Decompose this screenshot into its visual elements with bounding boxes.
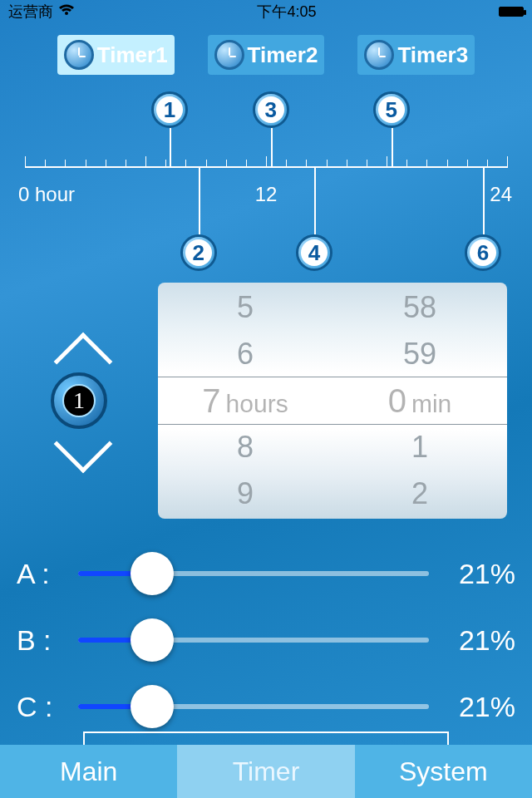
tab-timer3[interactable]: Timer3 xyxy=(357,35,475,75)
picker-item[interactable]: 6 xyxy=(237,331,254,377)
status-time: 下午4:05 xyxy=(257,2,316,22)
status-bar: 运营商 下午4:05 xyxy=(0,0,532,23)
time-picker[interactable]: 567hours89 58590min12 xyxy=(158,283,507,519)
picker-item[interactable]: 5 xyxy=(237,284,254,331)
slider-label: C : xyxy=(17,691,66,723)
picker-item[interactable]: 0min xyxy=(388,377,452,424)
timeline-node-4[interactable]: 4 xyxy=(296,234,332,271)
timeline-node-number: 4 xyxy=(301,239,328,266)
step-down-button[interactable] xyxy=(42,444,116,477)
timeline-node-1[interactable]: 1 xyxy=(151,91,188,128)
slider-label: A : xyxy=(17,558,66,590)
slider-label: B : xyxy=(17,624,66,657)
time-picker-row: 1 567hours89 58590min12 xyxy=(0,283,532,519)
timeline-node-6[interactable]: 6 xyxy=(465,234,501,271)
nav-timer[interactable]: Timer xyxy=(177,745,354,798)
clock-icon xyxy=(64,40,94,70)
slider-b[interactable] xyxy=(78,638,429,643)
timeline-label-0: 0 hour xyxy=(18,183,75,206)
wifi-icon xyxy=(58,3,75,21)
step-up-button[interactable] xyxy=(42,324,116,357)
picker-item[interactable]: 7hours xyxy=(202,377,288,424)
timer-tabs: Timer1 Timer2 Timer3 xyxy=(0,35,532,75)
current-node-number: 1 xyxy=(73,387,85,414)
slider-row-c: C : 21% xyxy=(17,673,515,740)
slider-value: 21% xyxy=(441,558,515,590)
nav-system[interactable]: System xyxy=(355,745,532,798)
picker-item[interactable]: 8 xyxy=(237,424,254,470)
slider-value: 21% xyxy=(441,624,515,657)
timeline-node-5[interactable]: 5 xyxy=(373,91,410,128)
picker-item[interactable]: 9 xyxy=(237,470,254,517)
timeline-label-24: 24 xyxy=(490,183,512,206)
picker-item[interactable]: 58 xyxy=(403,284,436,331)
clock-icon xyxy=(364,40,394,70)
timeline-node-number: 2 xyxy=(185,239,212,266)
slider-row-a: A : 21% xyxy=(17,540,515,607)
tab-label: Timer3 xyxy=(397,42,468,68)
battery-icon xyxy=(499,7,524,17)
bottom-nav: Main Timer System xyxy=(0,745,532,798)
timeline-node-number: 6 xyxy=(470,239,496,266)
timeline-node-2[interactable]: 2 xyxy=(180,234,217,271)
picker-item[interactable]: 2 xyxy=(411,470,428,517)
timeline-node-number: 1 xyxy=(156,96,183,123)
timeline-node-number: 5 xyxy=(378,96,405,123)
slider-value: 21% xyxy=(441,691,515,723)
timeline-node-number: 3 xyxy=(258,96,284,123)
timeline-label-12: 12 xyxy=(255,183,278,206)
tab-timer1[interactable]: Timer1 xyxy=(57,35,175,75)
slider-a[interactable] xyxy=(78,571,429,576)
slider-row-b: B : 21% xyxy=(17,607,515,673)
nav-label: Main xyxy=(60,756,117,787)
picker-item[interactable]: 59 xyxy=(403,331,436,377)
nav-label: Timer xyxy=(233,756,300,787)
nav-label: System xyxy=(399,756,488,787)
channel-sliders: A : 21% B : 21% C : 21% xyxy=(17,540,515,740)
timeline-node-3[interactable]: 3 xyxy=(253,91,289,128)
nav-main[interactable]: Main xyxy=(0,745,177,798)
slider-c[interactable] xyxy=(78,704,429,709)
tab-label: Timer1 xyxy=(97,42,168,68)
tab-label: Timer2 xyxy=(248,42,318,68)
clock-icon xyxy=(214,40,244,70)
picker-item[interactable]: 1 xyxy=(411,424,428,470)
timeline: 0 hour 12 24 123456 xyxy=(0,100,532,299)
carrier-label: 运营商 xyxy=(8,2,53,22)
tab-timer2[interactable]: Timer2 xyxy=(208,35,325,75)
